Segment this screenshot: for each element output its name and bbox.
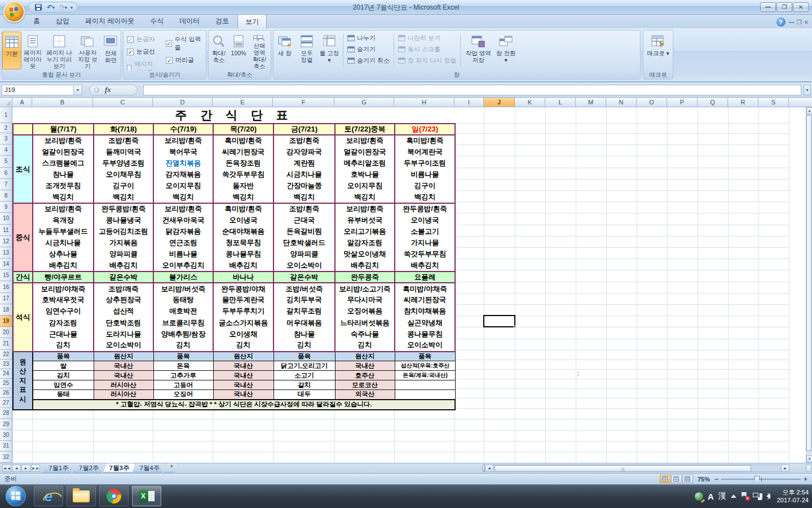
row-header-9[interactable]: 9	[0, 202, 12, 213]
column-header-G[interactable]: G	[334, 98, 394, 107]
menu-item[interactable]: 호박새우젓국	[33, 295, 94, 306]
menu-item[interactable]: 스크램블에그	[33, 157, 94, 169]
column-header-N[interactable]: N	[606, 98, 637, 107]
menu-item[interactable]: 고등어김치조림	[94, 226, 153, 238]
menu-item[interactable]: 근대국	[273, 214, 335, 226]
insert-worksheet-tab[interactable]: ✦	[164, 463, 179, 472]
menu-item[interactable]: 육개장	[33, 214, 94, 226]
action-center-icon[interactable]: ✕	[741, 492, 748, 500]
column-header-I[interactable]: I	[454, 98, 484, 107]
taskbar-excel[interactable]: X	[132, 486, 161, 506]
menu-item[interactable]: 흑미밥/야채죽	[395, 283, 455, 294]
split-button[interactable]: 나누기	[347, 34, 390, 42]
origin-item[interactable]: 갈치	[273, 380, 335, 390]
menu-item[interactable]: 김치	[273, 340, 335, 351]
column-header-K[interactable]: K	[515, 98, 545, 107]
taskbar-clock[interactable]: 오후 2:54 2017-07-24	[777, 488, 809, 504]
row-header-31[interactable]: 31	[0, 441, 12, 452]
snack-item[interactable]: 불가리스	[153, 271, 213, 283]
office-button[interactable]	[3, 1, 25, 23]
save-workspace-button[interactable]: 작업 영역 저장	[462, 32, 494, 69]
origin-header[interactable]: 원산지	[94, 352, 153, 361]
menu-item[interactable]: 실곤약냉채	[395, 317, 455, 329]
menu-item[interactable]: 오이소박이	[94, 340, 153, 351]
zoom-slider[interactable]: − +	[714, 476, 807, 482]
ime-hanja-indicator[interactable]: 漢	[718, 491, 726, 501]
menu-item[interactable]: 씨레기된장국	[395, 295, 455, 306]
row-header-12[interactable]: 12	[0, 236, 12, 247]
menu-item[interactable]: 김치	[33, 340, 94, 351]
row-header-1[interactable]: 1	[0, 107, 12, 123]
scroll-left-icon[interactable]: ◄	[485, 465, 493, 472]
zoom-button[interactable]: 확대/축소	[209, 32, 229, 69]
ime-latin-indicator[interactable]: A	[708, 492, 714, 501]
next-sheet-button[interactable]: ►	[21, 465, 30, 472]
select-all-corner[interactable]	[0, 98, 12, 107]
checkbox-눈금선[interactable]: ✓눈금선	[127, 47, 159, 56]
menu-item[interactable]: 김구이	[94, 181, 153, 192]
origin-header[interactable]: 품목	[153, 352, 213, 361]
origin-item[interactable]: 고등어	[153, 380, 213, 390]
vertical-scrollbar[interactable]: ▲ ▼	[806, 107, 812, 463]
menu-item[interactable]: 배추김치	[395, 260, 455, 271]
taskbar-internet-explorer[interactable]: e	[34, 486, 63, 506]
column-header-C[interactable]: C	[93, 98, 153, 107]
menu-item[interactable]: 메추리알조림	[335, 157, 395, 169]
normal-view-button[interactable]: 기본	[2, 32, 21, 69]
menu-item[interactable]: 조밥/깨죽	[94, 283, 153, 294]
menu-item[interactable]: 배추김치	[213, 260, 273, 271]
row-header-15[interactable]: 15	[0, 270, 12, 281]
menu-item[interactable]: 맛살오이냉채	[335, 249, 395, 260]
cell-grid[interactable]: 1234567891011121314151617181920212223242…	[0, 107, 806, 463]
menu-item[interactable]: 무다시마국	[335, 295, 395, 306]
origin-item[interactable]: 닭고기,오리고기	[273, 361, 335, 371]
menu-item[interactable]: 동태탕	[153, 295, 213, 306]
menu-item[interactable]: 김치	[213, 340, 273, 351]
menu-item[interactable]: 상추나물	[33, 249, 94, 260]
menu-item[interactable]: 오리고기볶음	[335, 226, 395, 238]
sheet-tab-7월4주[interactable]: 7월4주	[133, 463, 166, 472]
menu-item[interactable]: 보리밥/흰죽	[335, 135, 395, 146]
menu-item[interactable]: 돈육갈비찜	[273, 226, 335, 238]
origin-extra[interactable]: 돈육/계육:국내산)	[395, 371, 455, 380]
ribbon-tab-삽입[interactable]: 삽입	[48, 14, 77, 28]
origin-country[interactable]: 러시아산	[94, 380, 153, 390]
menu-item[interactable]: 오징어볶음	[335, 306, 395, 317]
column-header-M[interactable]: M	[576, 98, 606, 107]
workbook-minimize-button[interactable]: —	[789, 19, 795, 25]
menu-item[interactable]: 머우대볶음	[273, 317, 335, 329]
menu-item[interactable]: 백김치	[395, 192, 455, 203]
language-bar-icon[interactable]	[695, 492, 703, 501]
page-break-preview-button[interactable]: 페이지 나누기 미리 보기	[44, 32, 74, 69]
menu-item[interactable]: 배추김치	[33, 260, 94, 271]
menu-item[interactable]: 오이소박이	[273, 260, 335, 271]
first-sheet-button[interactable]: ◄◄	[2, 465, 11, 472]
menu-item[interactable]: 오이부추김치	[153, 260, 213, 271]
menu-item[interactable]: 계란찜	[273, 157, 335, 169]
meal-section-label[interactable]: 조식	[13, 135, 33, 203]
workbook-close-button[interactable]: ✕	[804, 19, 809, 25]
origin-item[interactable]: 쌀	[33, 361, 94, 371]
menu-item[interactable]: 북어계란국	[395, 146, 455, 157]
row-header-20[interactable]: 20	[0, 327, 12, 338]
row-header-17[interactable]: 17	[0, 293, 12, 304]
menu-item[interactable]: 오이지무침	[153, 181, 213, 192]
origin-country[interactable]: 국내산	[335, 361, 395, 371]
menu-item[interactable]: 임연수구이	[33, 306, 94, 317]
origin-item[interactable]: 동태	[33, 390, 94, 400]
row-header-29[interactable]: 29	[0, 419, 12, 430]
scroll-right-icon[interactable]: ►	[781, 465, 789, 472]
origin-country[interactable]: 러시아산	[94, 390, 153, 400]
menu-item[interactable]: 잔멸치볶음	[153, 157, 213, 169]
menu-item[interactable]: 갈치무조림	[273, 306, 335, 317]
zoom-to-selection-button[interactable]: 선택 영역 확대/축소	[248, 32, 271, 69]
menu-item[interactable]: 물만두계란국	[213, 295, 273, 306]
origin-item[interactable]: 오징어	[153, 390, 213, 400]
menu-item[interactable]: 보리밥/흰죽	[335, 203, 395, 214]
page-layout-view-toggle[interactable]	[671, 475, 682, 483]
origin-item[interactable]: 김치	[33, 371, 94, 380]
menu-item[interactable]: 씨레기된장국	[213, 146, 273, 157]
unhide-button[interactable]: 숨기기 취소	[347, 56, 390, 65]
checkbox-수식 입력줄[interactable]: ✓수식 입력줄	[166, 35, 202, 52]
row-header-28[interactable]: 28	[0, 408, 12, 419]
